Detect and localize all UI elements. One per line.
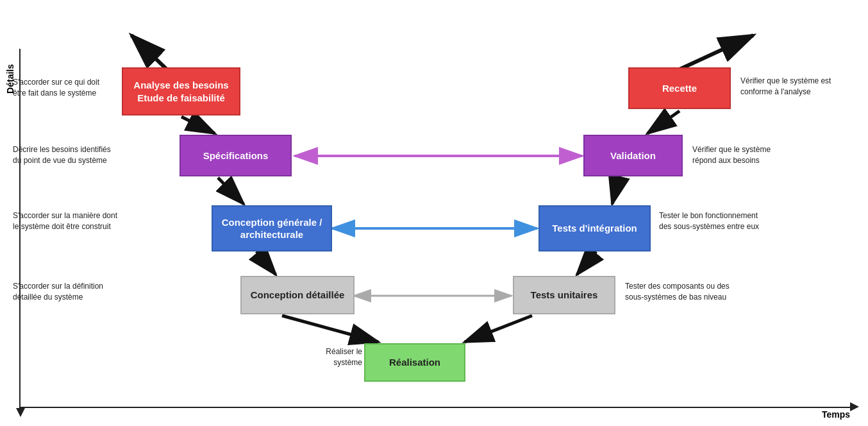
recette-label: Recette [662, 82, 697, 95]
svg-line-12 [218, 178, 244, 204]
analyse-box: Analyse des besoinsEtude de faisabilité [122, 67, 240, 115]
axis-bottom [19, 407, 855, 408]
label-conception-left: S'accorder sur la manière dontle système… [13, 210, 128, 232]
specifications-label: Spécifications [203, 149, 269, 162]
svg-line-16 [282, 316, 378, 342]
diagram-container: Analyse des besoinsEtude de faisabilité … [0, 0, 868, 426]
conception-generale-label: Conception générale /architecturale [222, 216, 322, 241]
label-analyse-left: S'accorder sur ce qui doitêtre fait dans… [13, 77, 119, 99]
axis-label-temps: Temps [822, 409, 850, 420]
tests-integration-label: Tests d'intégration [552, 222, 637, 235]
conception-detaillee-box: Conception détaillée [240, 276, 355, 314]
label-detaillee-left: S'accorder sur la définitiondétaillée du… [13, 281, 125, 303]
svg-line-9 [680, 35, 753, 69]
label-specifications-left: Décrire les besoins identifiésdu point d… [13, 144, 122, 166]
label-recette-right: Vérifier que le système estconforme à l'… [740, 76, 853, 98]
specifications-box: Spécifications [179, 135, 292, 176]
svg-line-15 [577, 251, 596, 275]
axis-left [19, 49, 21, 408]
conception-generale-box: Conception générale /architecturale [212, 205, 332, 251]
axis-label-details: Détails [5, 64, 15, 94]
tests-unitaires-box: Tests unitaires [513, 276, 615, 314]
validation-box: Validation [583, 135, 683, 176]
realisation-box: Réalisation [364, 343, 465, 382]
label-realisation: Réaliser le système [301, 346, 362, 368]
recette-box: Recette [628, 67, 731, 109]
svg-line-11 [647, 111, 680, 133]
tests-integration-box: Tests d'intégration [538, 205, 651, 251]
svg-line-17 [465, 316, 532, 342]
svg-line-8 [131, 35, 167, 69]
realisation-label: Réalisation [389, 356, 440, 369]
label-validation-right: Vérifier que le systèmerépond aux besoin… [692, 144, 805, 166]
validation-label: Validation [610, 149, 656, 162]
label-integration-right: Tester le bon fonctionnementdes sous-sys… [659, 210, 784, 232]
conception-detaillee-label: Conception détaillée [251, 289, 345, 302]
analyse-label: Analyse des besoinsEtude de faisabilité [133, 79, 228, 104]
svg-line-14 [256, 251, 276, 275]
label-unitaires-right: Tester des composants ou dessous-système… [625, 281, 750, 303]
tests-unitaires-label: Tests unitaires [531, 289, 598, 302]
svg-line-10 [181, 117, 215, 133]
arrow-down-axis [16, 408, 25, 417]
arrow-right-axis [850, 402, 859, 411]
svg-line-13 [612, 178, 619, 204]
